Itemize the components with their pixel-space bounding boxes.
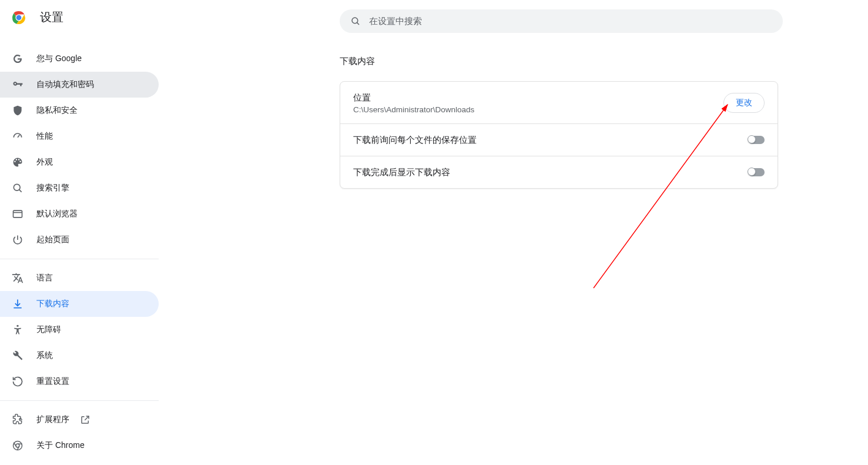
ask-where-label: 下载前询问每个文件的保存位置 — [353, 133, 748, 146]
sidebar-item-languages[interactable]: 语言 — [0, 265, 159, 291]
show-after-label: 下载完成后显示下载内容 — [353, 166, 748, 179]
sidebar-item-accessibility[interactable]: 无障碍 — [0, 317, 159, 343]
search-input[interactable] — [369, 16, 772, 26]
sidebar-item-you-and-google[interactable]: 您与 Google — [0, 46, 159, 72]
palette-icon — [12, 156, 24, 168]
translate-icon — [12, 272, 24, 284]
location-path: C:\Users\Administrator\Downloads — [353, 105, 723, 114]
svg-line-4 — [357, 22, 359, 25]
accessibility-icon — [12, 324, 24, 336]
search-bar[interactable] — [340, 9, 783, 33]
sidebar-item-label: 关于 Chrome — [36, 440, 85, 451]
shield-icon — [12, 105, 24, 116]
row-location: 位置 C:\Users\Administrator\Downloads 更改 — [340, 82, 777, 124]
sidebar-item-search-engine[interactable]: 搜索引擎 — [0, 175, 159, 201]
show-after-toggle[interactable] — [748, 168, 765, 176]
speedometer-icon — [12, 131, 24, 142]
download-icon — [12, 298, 24, 310]
page-title: 设置 — [40, 9, 63, 25]
power-icon — [12, 234, 24, 246]
sidebar-item-default-browser[interactable]: 默认浏览器 — [0, 201, 159, 227]
sidebar-item-label: 语言 — [36, 273, 53, 283]
chrome-logo-icon — [12, 11, 26, 25]
sidebar-item-label: 扩展程序 — [36, 414, 69, 425]
sidebar-item-label: 重置设置 — [36, 376, 69, 387]
sidebar-item-label: 性能 — [36, 131, 53, 142]
sidebar-item-label: 自动填充和密码 — [36, 79, 94, 90]
extension-icon — [12, 414, 24, 426]
external-link-icon — [80, 414, 91, 425]
sidebar-item-label: 下载内容 — [36, 299, 69, 309]
ask-where-toggle[interactable] — [748, 136, 765, 144]
search-icon — [350, 16, 361, 26]
google-g-icon — [12, 53, 24, 65]
svg-line-5 — [18, 135, 19, 138]
sidebar-item-privacy[interactable]: 隐私和安全 — [0, 98, 159, 123]
sidebar-item-label: 外观 — [36, 157, 53, 168]
sidebar-item-reset[interactable]: 重置设置 — [0, 369, 159, 394]
reset-icon — [12, 376, 24, 387]
divider — [0, 259, 159, 259]
sidebar-item-label: 系统 — [36, 350, 53, 361]
row-ask-where: 下载前询问每个文件的保存位置 — [340, 124, 777, 156]
sidebar-item-on-startup[interactable]: 起始页面 — [0, 227, 159, 253]
sidebar-item-label: 起始页面 — [36, 235, 69, 245]
svg-point-6 — [14, 184, 20, 190]
sidebar-item-label: 默认浏览器 — [36, 209, 78, 219]
row-show-after: 下载完成后显示下载内容 — [340, 156, 777, 188]
change-location-button[interactable]: 更改 — [723, 93, 765, 113]
search-icon — [12, 182, 24, 194]
sidebar-item-label: 无障碍 — [36, 325, 61, 335]
sidebar-item-about-chrome[interactable]: 关于 Chrome — [0, 433, 159, 459]
sidebar-item-label: 隐私和安全 — [36, 105, 78, 116]
sidebar-item-extensions[interactable]: 扩展程序 — [0, 407, 159, 433]
location-label: 位置 — [353, 91, 723, 104]
sidebar-item-label: 搜索引擎 — [36, 183, 69, 193]
svg-point-10 — [16, 325, 18, 327]
sidebar: 您与 Google 自动填充和密码 隐私和安全 性能 外观 搜索引擎 — [0, 41, 159, 459]
section-title: 下载内容 — [340, 56, 778, 67]
browser-icon — [12, 208, 24, 220]
main-content: 下载内容 位置 C:\Users\Administrator\Downloads… — [340, 56, 778, 189]
sidebar-item-autofill[interactable]: 自动填充和密码 — [0, 72, 159, 98]
sidebar-item-appearance[interactable]: 外观 — [0, 149, 159, 175]
sidebar-item-label: 您与 Google — [36, 53, 82, 64]
sidebar-item-system[interactable]: 系统 — [0, 343, 159, 369]
svg-point-3 — [352, 18, 358, 24]
wrench-icon — [12, 350, 24, 362]
sidebar-item-performance[interactable]: 性能 — [0, 123, 159, 149]
svg-rect-8 — [14, 210, 22, 218]
downloads-card: 位置 C:\Users\Administrator\Downloads 更改 下… — [340, 81, 778, 189]
sidebar-item-downloads[interactable]: 下载内容 — [0, 291, 159, 317]
key-icon — [12, 79, 24, 91]
chrome-outline-icon — [12, 440, 24, 451]
divider — [0, 400, 159, 401]
svg-line-7 — [19, 190, 22, 192]
